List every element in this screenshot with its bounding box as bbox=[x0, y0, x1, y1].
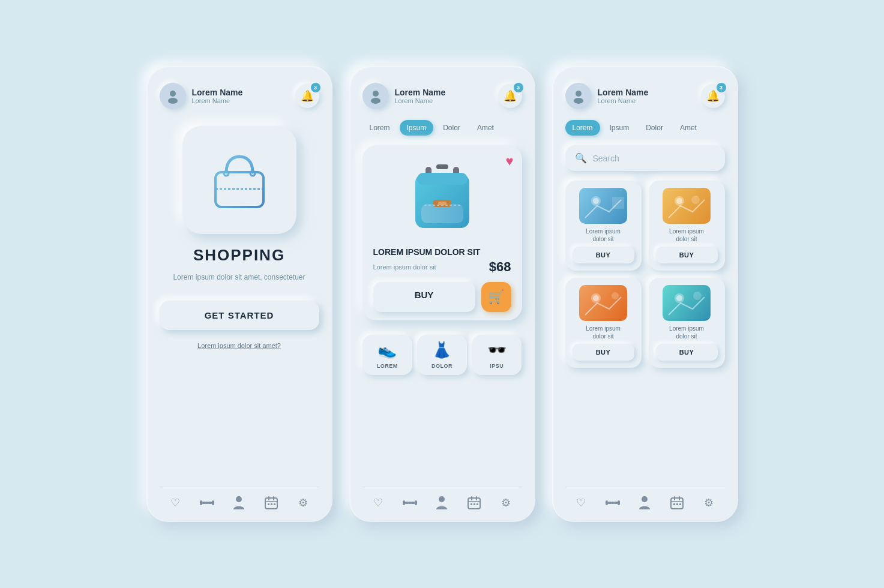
category-ipsu[interactable]: 🕶️ IPSU bbox=[472, 335, 522, 375]
nav-person-2[interactable] bbox=[433, 494, 450, 511]
grid-desc-2: Lorem ipsumdolor sit bbox=[669, 227, 704, 243]
tab-lorem-2[interactable]: Lorem bbox=[362, 120, 397, 136]
svg-rect-60 bbox=[612, 502, 614, 504]
svg-rect-31 bbox=[403, 500, 405, 505]
dress-icon: 👗 bbox=[432, 341, 451, 359]
grid-buy-3[interactable]: BUY bbox=[573, 344, 634, 361]
buy-row: BUY 🛒 bbox=[373, 282, 511, 312]
nav-heart-3[interactable]: ♡ bbox=[573, 494, 589, 511]
category-dolor-label: DOLOR bbox=[431, 363, 453, 369]
bottom-nav-3: ♡ ⚙ bbox=[565, 487, 725, 511]
get-started-button[interactable]: GET STARTED bbox=[160, 301, 319, 330]
svg-rect-33 bbox=[411, 502, 415, 504]
nav-gear-3[interactable]: ⚙ bbox=[700, 494, 717, 511]
nav-gear-2[interactable]: ⚙ bbox=[498, 494, 514, 511]
grid-buy-1[interactable]: BUY bbox=[573, 247, 634, 263]
nav-barbell-3[interactable] bbox=[604, 494, 621, 511]
svg-rect-18 bbox=[274, 503, 275, 505]
product-image-2 bbox=[663, 188, 711, 224]
bottom-nav-1: ♡ ⚙ bbox=[160, 487, 319, 511]
search-placeholder: Search bbox=[593, 154, 619, 163]
categories: 👟 LOREM 👗 DOLOR 🕶️ IPSU bbox=[362, 335, 522, 375]
svg-rect-70 bbox=[673, 503, 675, 505]
bell-button-2[interactable]: 🔔 3 bbox=[498, 84, 522, 108]
tab-ipsum-3[interactable]: Ipsum bbox=[603, 120, 637, 136]
category-dolor[interactable]: 👗 DOLOR bbox=[417, 335, 467, 375]
nav-barbell-1[interactable] bbox=[199, 494, 215, 511]
header-3: Lorem Name Lorem Name 🔔 3 bbox=[565, 83, 725, 109]
shopping-title: SHOPPING bbox=[160, 246, 319, 265]
svg-rect-56 bbox=[663, 285, 711, 321]
svg-rect-42 bbox=[477, 503, 478, 505]
svg-point-19 bbox=[373, 91, 379, 97]
svg-rect-16 bbox=[268, 503, 269, 505]
svg-rect-71 bbox=[676, 503, 678, 505]
nav-calendar-1[interactable] bbox=[263, 494, 280, 511]
svg-point-11 bbox=[236, 496, 242, 502]
nav-person-1[interactable] bbox=[230, 494, 247, 511]
bell-button-1[interactable]: 🔔 3 bbox=[295, 84, 319, 108]
product-image-3 bbox=[579, 285, 627, 321]
grid-card-4: Lorem ipsumdolor sit BUY bbox=[649, 278, 725, 368]
product-row: Lorem ipsum dolor sit $68 bbox=[373, 259, 511, 275]
svg-point-51 bbox=[691, 196, 700, 204]
nav-calendar-2[interactable] bbox=[466, 494, 483, 511]
svg-rect-9 bbox=[208, 502, 212, 504]
splash-desc: Lorem ipsum dolor sit amet, consectetuer bbox=[160, 272, 319, 283]
search-bar[interactable]: 🔍 Search bbox=[565, 145, 725, 171]
grid-buy-2[interactable]: BUY bbox=[656, 247, 718, 263]
nav-barbell-2[interactable] bbox=[401, 494, 418, 511]
nav-person-3[interactable] bbox=[636, 494, 653, 511]
product-card: ♥ bbox=[362, 145, 522, 320]
nav-heart-2[interactable]: ♡ bbox=[370, 494, 386, 511]
category-lorem[interactable]: 👟 LOREM bbox=[362, 335, 412, 375]
notification-badge-2: 3 bbox=[514, 83, 523, 92]
svg-rect-48 bbox=[663, 188, 711, 224]
shoes-icon: 👟 bbox=[377, 341, 397, 359]
svg-point-65 bbox=[642, 496, 648, 502]
svg-rect-64 bbox=[618, 500, 620, 505]
search-icon: 🔍 bbox=[575, 152, 587, 164]
screen-product: Lorem Name Lorem Name 🔔 3 Lorem Ipsum Do… bbox=[349, 66, 535, 522]
svg-rect-62 bbox=[608, 502, 612, 504]
svg-point-50 bbox=[676, 198, 682, 204]
svg-rect-40 bbox=[471, 503, 472, 505]
header-1: Lorem Name Lorem Name 🔔 3 bbox=[160, 83, 319, 109]
avatar-2 bbox=[362, 83, 389, 109]
grid-desc-3: Lorem ipsumdolor sit bbox=[586, 325, 621, 340]
link-text[interactable]: Lorem ipsum dolor sit amet? bbox=[160, 342, 319, 349]
svg-rect-6 bbox=[206, 502, 208, 504]
grid-buy-4[interactable]: BUY bbox=[656, 344, 718, 361]
svg-rect-2 bbox=[215, 172, 263, 207]
tab-ipsum-2[interactable]: Ipsum bbox=[400, 120, 434, 136]
tab-dolor-3[interactable]: Dolor bbox=[639, 120, 670, 136]
product-price: $68 bbox=[489, 259, 511, 275]
user-sub-2: Lorem Name bbox=[395, 97, 498, 104]
splash-icon-area bbox=[160, 126, 319, 234]
tab-dolor-2[interactable]: Dolor bbox=[436, 120, 468, 136]
cart-button[interactable]: 🛒 bbox=[481, 282, 511, 312]
avatar-1 bbox=[160, 83, 186, 109]
nav-tabs-3: Lorem Ipsum Dolor Amet bbox=[565, 120, 725, 136]
product-image-1 bbox=[579, 188, 627, 224]
product-desc: Lorem ipsum dolor sit bbox=[373, 263, 436, 271]
tab-amet-3[interactable]: Amet bbox=[673, 120, 704, 136]
favorite-button[interactable]: ♥ bbox=[505, 154, 513, 169]
avatar-3 bbox=[565, 83, 592, 109]
nav-gear-1[interactable]: ⚙ bbox=[295, 494, 311, 511]
bell-button-3[interactable]: 🔔 3 bbox=[701, 84, 725, 108]
svg-point-47 bbox=[593, 198, 599, 204]
svg-rect-41 bbox=[474, 503, 475, 505]
screen-search: Lorem Name Lorem Name 🔔 3 Lorem Ipsum Do… bbox=[552, 66, 738, 522]
buy-button[interactable]: BUY bbox=[373, 282, 475, 312]
svg-rect-30 bbox=[409, 502, 411, 504]
nav-calendar-3[interactable] bbox=[669, 494, 685, 511]
user-info-1: Lorem Name Lorem Name bbox=[192, 88, 295, 104]
nav-heart-1[interactable]: ♡ bbox=[167, 494, 184, 511]
product-image bbox=[373, 156, 511, 240]
tab-lorem-3[interactable]: Lorem bbox=[565, 120, 600, 136]
product-title: LOREM IPSUM DOLOR SIT bbox=[373, 247, 511, 257]
user-name-3: Lorem Name bbox=[598, 88, 701, 97]
tab-amet-2[interactable]: Amet bbox=[470, 120, 501, 136]
svg-rect-7 bbox=[200, 500, 202, 505]
